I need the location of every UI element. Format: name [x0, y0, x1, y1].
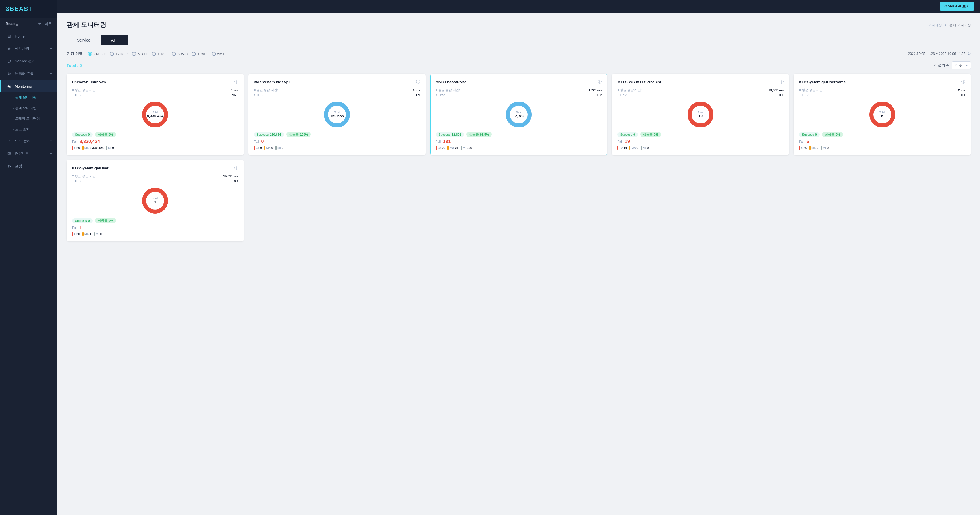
chevron-down-icon: ▾: [50, 140, 52, 143]
sidebar-item-stats-monitoring[interactable]: 통계 모니터링: [0, 103, 57, 113]
mi-label: Mi: [822, 146, 826, 149]
sidebar-item-label: 핸들러 관리: [15, 71, 35, 76]
ma-label: Ma: [450, 146, 454, 149]
success-badge: Success 160,656: [254, 132, 284, 137]
monitoring-icon: ◉: [6, 84, 12, 88]
cr-value: 0: [78, 146, 80, 149]
mi-bar: [641, 146, 642, 150]
open-api-button[interactable]: Open API 보기: [940, 2, 974, 11]
level-cr: Cr 10: [617, 146, 627, 150]
donut-chart: Total 12,782: [436, 100, 602, 129]
avg-response-value: 13,633 ms: [768, 88, 784, 92]
sidebar-item-monitoring[interactable]: ◉ Monitoring ▴: [0, 80, 57, 92]
community-icon: ✉: [6, 151, 12, 156]
card-stats: ≡ 평균 응답 시간: 1,726 ms ↑ TPS: 0.2: [436, 88, 602, 97]
donut-total-value: 8,330,424: [147, 114, 164, 118]
handler-icon: ⚙: [6, 72, 12, 76]
cr-label: Cr: [438, 146, 441, 149]
total-label: Total :: [67, 63, 80, 68]
sidebar-item-settings[interactable]: ⚙ 설정 ▾: [0, 160, 57, 173]
sidebar-logout-btn[interactable]: 로그아웃: [38, 22, 52, 26]
tab-api[interactable]: API: [101, 35, 128, 45]
donut-total-value: 19: [698, 114, 703, 118]
sort-label: 정렬기준: [934, 63, 949, 68]
sidebar-item-label: Home: [15, 34, 25, 38]
tps-value: 1.9: [415, 93, 420, 97]
info-icon[interactable]: ⓘ: [961, 79, 965, 84]
success-count: 0: [633, 133, 635, 137]
radio-label-5m: 5Min: [218, 52, 226, 56]
sidebar-sub-label: 관제 모니터링: [15, 95, 37, 100]
mi-bar: [821, 146, 822, 150]
success-rate-value: 0%: [835, 133, 840, 137]
card-header: ktdsSystem.ktdsApi ⓘ: [254, 79, 420, 84]
donut-center: Total 8,330,424: [147, 111, 164, 118]
sidebar-sub-label: 트래픽 모니터링: [15, 116, 40, 121]
level-mi: Mi 0: [275, 146, 283, 150]
level-ma: Ma 21: [447, 146, 458, 150]
donut-chart: Total 1: [72, 186, 239, 215]
sidebar-item-handler[interactable]: ⚙ 핸들러 관리 ▾: [0, 67, 57, 80]
sidebar-item-label: Monitoring: [15, 84, 32, 88]
info-icon[interactable]: ⓘ: [598, 79, 602, 84]
page-header: 관제 모니터링 모니터링 > 관제 모니터링: [67, 21, 971, 29]
ma-bar: [83, 232, 84, 236]
donut-total-label: Total: [147, 111, 164, 114]
info-icon[interactable]: ⓘ: [416, 79, 420, 84]
donut-chart: Total 8,330,424: [72, 100, 239, 129]
page-title: 관제 모니터링: [67, 21, 106, 29]
stat-tps: ↑ TPS: 0.1: [617, 93, 784, 97]
mi-label: Mi: [95, 232, 99, 236]
chevron-up-icon: ▴: [50, 85, 52, 88]
cr-label: Cr: [619, 146, 623, 149]
sidebar-sub-label: 통계 모니터링: [15, 106, 37, 111]
radio-1h[interactable]: 1Hour: [152, 52, 167, 56]
sidebar-item-community[interactable]: ✉ 커뮤니티 ▾: [0, 147, 57, 160]
info-icon[interactable]: ⓘ: [234, 79, 239, 84]
radio-circle-30m: [172, 52, 176, 56]
sidebar-item-service[interactable]: ⬡ Service 관리: [0, 55, 57, 67]
sidebar-item-log-view[interactable]: 로그 조회: [0, 124, 57, 135]
cr-value: 0: [260, 146, 262, 149]
card-stats: ≡ 평균 응답 시간: 0 ms ↑ TPS: 1.9: [254, 88, 420, 97]
sidebar-nav: ⊞ Home ◈ API 관리 ▾ ⬡ Service 관리 ⚙ 핸들러 관리 …: [0, 30, 57, 515]
card-stats: ≡ 평균 응답 시간: 15,011 ms ↑ TPS: 0.1: [72, 174, 239, 183]
tps-value: 0.1: [234, 180, 239, 183]
mi-label: Mi: [108, 146, 111, 149]
sidebar-item-api[interactable]: ◈ API 관리 ▾: [0, 42, 57, 55]
fail-count: 181: [443, 139, 451, 144]
radio-6h[interactable]: 6Hour: [132, 52, 148, 56]
sidebar-item-deploy[interactable]: ↑ 배포 관리 ▾: [0, 135, 57, 147]
deploy-icon: ↑: [6, 139, 12, 143]
success-badge: Success 0: [617, 132, 638, 137]
radio-30m[interactable]: 30Min: [172, 52, 188, 56]
topbar: Open API 보기: [57, 0, 980, 13]
radio-5m[interactable]: 5Min: [212, 52, 226, 56]
radio-10m[interactable]: 10Min: [192, 52, 207, 56]
fail-label: Fail: [72, 226, 77, 229]
info-icon[interactable]: ⓘ: [234, 165, 239, 170]
total-count: Total : 6: [67, 63, 82, 68]
info-icon[interactable]: ⓘ: [780, 79, 784, 84]
cards-grid-row2: KOSSyetem.getUser ⓘ ≡ 평균 응답 시간: 15,011 m…: [67, 160, 971, 242]
ma-value: 21: [455, 146, 458, 149]
sidebar-user-section: Beast님 로그아웃: [0, 18, 57, 30]
cards-grid-row1: unknown.unknown ⓘ ≡ 평균 응답 시간: 1 ms ↑ TPS…: [67, 74, 971, 155]
donut-total-value: 160,656: [330, 114, 344, 118]
radio-24h[interactable]: 24Hour: [88, 52, 106, 56]
tps-label: ↑ TPS:: [254, 93, 263, 97]
sort-select[interactable]: 건수: [952, 62, 971, 69]
sidebar-item-traffic-monitoring[interactable]: 트래픽 모니터링: [0, 113, 57, 124]
radio-circle-10m: [192, 52, 196, 56]
refresh-icon[interactable]: ↻: [967, 51, 971, 56]
stat-avg-response: ≡ 평균 응답 시간: 0 ms: [254, 88, 420, 92]
sidebar-item-control-monitoring[interactable]: 관제 모니터링: [0, 92, 57, 103]
success-rate-badge: 성공률 0%: [640, 132, 661, 137]
mi-label: Mi: [463, 146, 466, 149]
card-header: KOSSyetem.getUserName ⓘ: [799, 79, 965, 84]
avg-response-value: 0 ms: [413, 88, 420, 92]
success-rate-value: 0%: [108, 219, 113, 223]
radio-12h[interactable]: 12Hour: [110, 52, 128, 56]
tab-service[interactable]: Service: [67, 35, 101, 45]
sidebar-item-home[interactable]: ⊞ Home: [0, 30, 57, 42]
